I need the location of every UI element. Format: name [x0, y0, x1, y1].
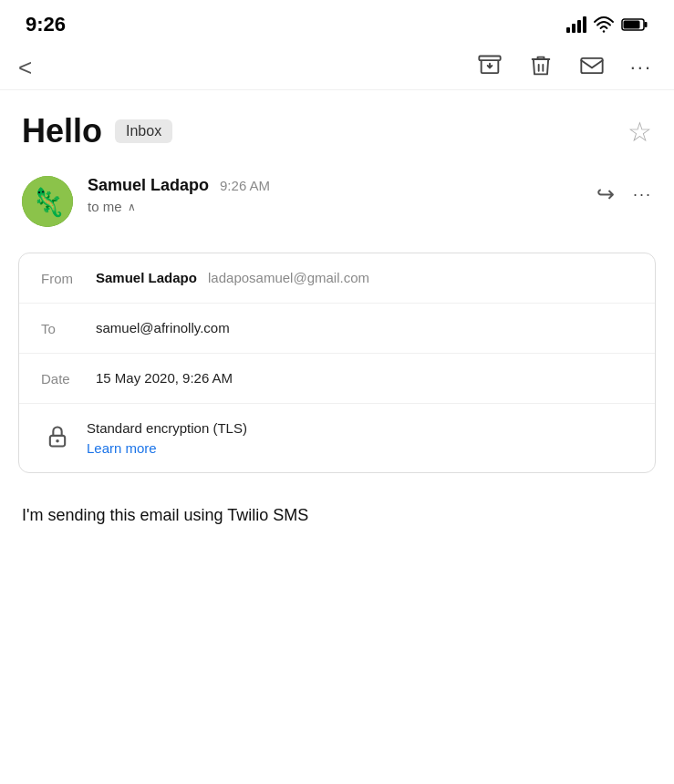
sender-info: Samuel Ladapo 9:26 AM to me ∧ [88, 176, 582, 214]
email-body: I'm sending this email using Twilio SMS [0, 484, 674, 547]
reply-button[interactable]: ↩ [596, 181, 615, 207]
status-time: 9:26 [26, 13, 66, 36]
to-label: to me [88, 199, 122, 214]
delete-button[interactable] [528, 53, 554, 82]
star-button[interactable]: ☆ [627, 116, 652, 148]
from-row: From Samuel Ladapo ladaposamuel@gmail.co… [19, 253, 655, 304]
sender-name-line: Samuel Ladapo 9:26 AM [88, 176, 582, 195]
avatar-face [22, 176, 73, 227]
back-button[interactable]: < [18, 56, 32, 79]
delete-icon [528, 53, 554, 78]
status-bar: 9:26 [0, 0, 674, 46]
to-field-label: To [41, 321, 96, 336]
details-card: From Samuel Ladapo ladaposamuel@gmail.co… [18, 253, 656, 473]
svg-rect-3 [624, 21, 640, 29]
encryption-info: Standard encryption (TLS) Learn more [87, 420, 247, 456]
email-body-text: I'm sending this email using Twilio SMS [22, 502, 652, 529]
avatar [22, 176, 73, 227]
date-label: Date [41, 371, 96, 387]
sender-name: Samuel Ladapo [88, 176, 209, 195]
mark-read-button[interactable] [579, 53, 605, 82]
chevron-up-icon[interactable]: ∧ [128, 201, 136, 213]
sender-row: Samuel Ladapo 9:26 AM to me ∧ ↩ ··· [0, 161, 674, 242]
to-value: samuel@afrinolly.com [96, 320, 633, 335]
battery-icon [621, 17, 648, 32]
status-icons [566, 16, 648, 33]
from-value: Samuel Ladapo ladaposamuel@gmail.com [96, 270, 633, 285]
archive-icon [477, 53, 503, 78]
lock-icon [45, 424, 70, 449]
to-line: to me ∧ [88, 199, 582, 214]
email-title-area: Hello Inbox [22, 112, 172, 150]
toolbar: < ··· [0, 46, 674, 90]
inbox-badge[interactable]: Inbox [115, 119, 172, 143]
lock-icon-wrap [41, 420, 74, 453]
svg-rect-4 [479, 57, 500, 61]
mail-icon [579, 53, 605, 78]
learn-more-link[interactable]: Learn more [87, 440, 247, 456]
svg-point-7 [56, 439, 59, 443]
email-subject: Hello [22, 112, 102, 150]
avatar-image [22, 176, 73, 227]
signal-icon [566, 16, 586, 33]
from-email: ladaposamuel@gmail.com [208, 270, 369, 285]
encryption-row: Standard encryption (TLS) Learn more [19, 404, 655, 472]
sender-more-button[interactable]: ··· [633, 185, 652, 204]
toolbar-right: ··· [477, 53, 652, 82]
from-name: Samuel Ladapo [96, 270, 197, 285]
toolbar-left: < [18, 56, 32, 79]
archive-button[interactable] [477, 53, 503, 82]
date-row: Date 15 May 2020, 9:26 AM [19, 354, 655, 404]
svg-rect-5 [581, 58, 602, 73]
svg-point-0 [603, 30, 605, 32]
send-time: 9:26 AM [220, 178, 270, 193]
from-label: From [41, 271, 96, 286]
encryption-text: Standard encryption (TLS) [87, 420, 247, 436]
more-button[interactable]: ··· [630, 56, 652, 79]
svg-rect-2 [645, 22, 648, 27]
date-value: 15 May 2020, 9:26 AM [96, 370, 633, 386]
sender-actions: ↩ ··· [596, 181, 652, 207]
to-row: To samuel@afrinolly.com [19, 304, 655, 354]
email-header: Hello Inbox ☆ [0, 90, 674, 161]
wifi-icon [594, 16, 614, 33]
